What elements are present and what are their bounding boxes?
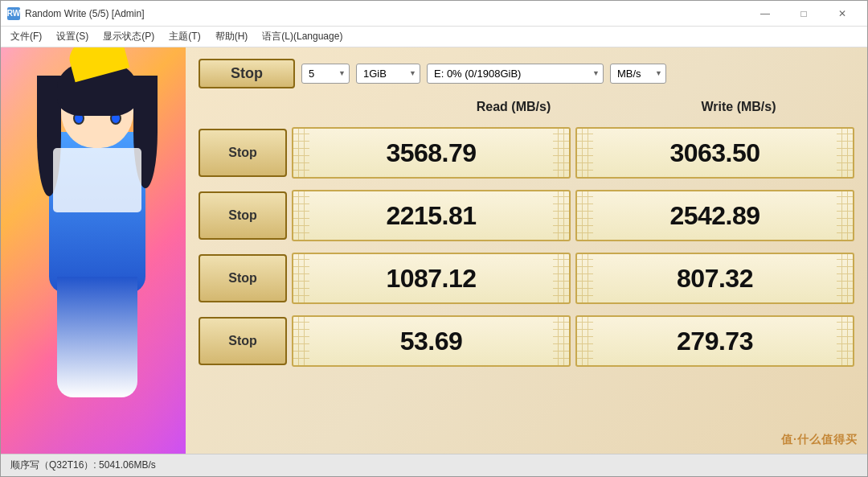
read-value-box-4: 53.69 <box>292 315 571 367</box>
write-value-box-3: 807.32 <box>575 253 854 304</box>
write-value-3: 807.32 <box>677 264 753 294</box>
write-value-1: 3063.50 <box>669 138 760 168</box>
content-area: Stop 5 1GiB E: 0% (0/1908GiB) <box>1 47 867 454</box>
unit-dropdown[interactable]: MB/s <box>610 64 666 84</box>
anime-background <box>1 47 194 454</box>
menu-language[interactable]: 语言(L)(Language) <box>256 28 349 45</box>
watermark: 值·什么值得买 <box>781 433 858 447</box>
read-value-2: 2215.81 <box>386 201 476 231</box>
char-outfit-detail <box>53 148 141 212</box>
bench-row-2: Stop 2215.81 2542.89 <box>199 187 854 244</box>
main-window: RW Random Write (5/5) [Admin] — □ ✕ 文件(F… <box>0 0 868 477</box>
menu-display[interactable]: 显示状态(P) <box>96 28 161 45</box>
anime-character <box>1 47 194 454</box>
write-value-2: 2542.89 <box>669 201 760 231</box>
read-value-1: 3568.79 <box>386 138 476 168</box>
bench-row-3: Stop 1087.12 807.32 <box>199 250 854 306</box>
titlebar: RW Random Write (5/5) [Admin] — □ ✕ <box>1 1 867 27</box>
count-dropdown-wrapper: 5 <box>301 64 350 84</box>
maximize-button[interactable]: □ <box>785 1 822 27</box>
benchmark-panel: Stop 5 1GiB E: 0% (0/1908GiB) <box>186 47 867 454</box>
count-dropdown[interactable]: 5 <box>301 64 350 84</box>
column-headers: Read (MB/s) Write (MB/s) <box>199 96 854 118</box>
window-controls: — □ ✕ <box>747 1 861 27</box>
write-value-box-1: 3063.50 <box>575 127 854 179</box>
read-value-box-2: 2215.81 <box>292 190 571 241</box>
menubar: 文件(F) 设置(S) 显示状态(P) 主题(T) 帮助(H) 语言(L)(La… <box>1 27 867 47</box>
read-value-box-3: 1087.12 <box>292 253 571 304</box>
app-icon: RW <box>7 7 20 20</box>
write-value-4: 279.73 <box>677 327 753 356</box>
write-value-box-2: 2542.89 <box>575 190 854 241</box>
window-title: Random Write (5/5) [Admin] <box>25 8 747 19</box>
close-button[interactable]: ✕ <box>824 1 861 27</box>
status-bar: 顺序写（Q32T16）: 5041.06MB/s <box>1 454 867 476</box>
read-header: Read (MB/s) <box>297 100 626 114</box>
write-header: Write (MB/s) <box>626 100 851 114</box>
character-body <box>17 51 178 454</box>
write-value-box-4: 279.73 <box>575 315 854 367</box>
stop-button-2[interactable]: Stop <box>199 191 287 240</box>
read-value-box-1: 3568.79 <box>292 127 571 179</box>
unit-dropdown-wrapper: MB/s <box>610 64 666 84</box>
read-value-3: 1087.12 <box>386 264 476 294</box>
disk-dropdown-wrapper: E: 0% (0/1908GiB) <box>427 64 604 84</box>
menu-file[interactable]: 文件(F) <box>4 28 48 45</box>
menu-settings[interactable]: 设置(S) <box>50 28 95 45</box>
stop-button-1[interactable]: Stop <box>199 129 287 177</box>
disk-dropdown[interactable]: E: 0% (0/1908GiB) <box>427 64 604 84</box>
menu-help[interactable]: 帮助(H) <box>209 28 255 45</box>
size-dropdown[interactable]: 1GiB <box>356 64 420 84</box>
size-dropdown-wrapper: 1GiB <box>356 64 420 84</box>
stop-button-3[interactable]: Stop <box>199 254 287 302</box>
minimize-button[interactable]: — <box>747 1 784 27</box>
status-text: 顺序写（Q32T16）: 5041.06MB/s <box>10 458 156 472</box>
bench-row-4: Stop 53.69 279.73 <box>199 313 854 369</box>
main-stop-button[interactable]: Stop <box>199 59 295 88</box>
menu-theme[interactable]: 主题(T) <box>162 28 207 45</box>
controls-row: Stop 5 1GiB E: 0% (0/1908GiB) <box>199 57 854 89</box>
char-legs <box>57 277 137 397</box>
read-value-4: 53.69 <box>400 327 463 356</box>
bench-row-1: Stop 3568.79 3063.50 <box>199 125 854 181</box>
stop-button-4[interactable]: Stop <box>199 317 287 365</box>
